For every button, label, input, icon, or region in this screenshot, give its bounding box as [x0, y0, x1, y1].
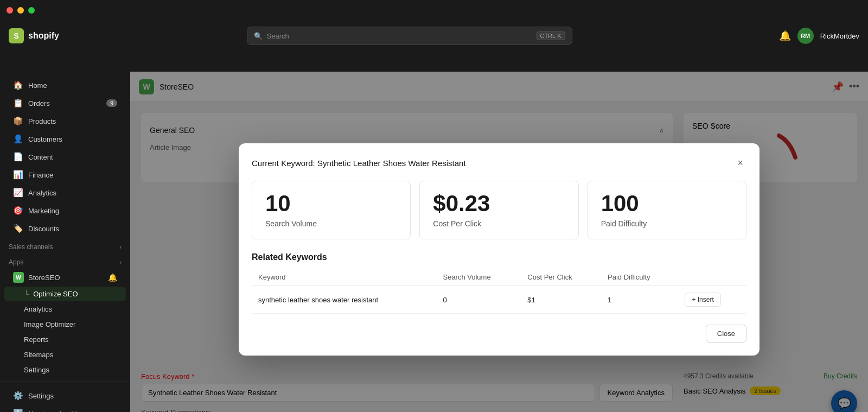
- kw-action-cell: + Insert: [678, 286, 746, 314]
- cost-per-click-value: $0.23: [433, 192, 565, 215]
- sidebar-item-marketing[interactable]: 🎯 Marketing: [4, 202, 126, 219]
- table-header-row: Keyword Search Volume Cost Per Click Pai…: [252, 269, 746, 286]
- finance-icon: 📊: [13, 170, 23, 180]
- modal-title: Current Keyword: Synthetic Leather Shoes…: [252, 159, 466, 168]
- sidebar-item-settings-sub[interactable]: Settings: [4, 363, 126, 377]
- col-search-volume: Search Volume: [436, 269, 521, 286]
- sidebar-item-discounts[interactable]: 🏷️ Discounts: [4, 220, 126, 237]
- search-placeholder: Search: [267, 32, 289, 40]
- sidebar-item-analytics[interactable]: 📈 Analytics: [4, 184, 126, 201]
- col-paid-difficulty: Paid Difficulty: [601, 269, 678, 286]
- sidebar-item-products[interactable]: 📦 Products: [4, 112, 126, 130]
- sidebar-bottom: ⚙️ Settings ℹ️ Non-transferable: [0, 382, 130, 412]
- title-bar: [0, 0, 868, 21]
- kw-cost-cell: $1: [521, 286, 601, 314]
- sidebar-item-reports[interactable]: Reports: [4, 332, 126, 347]
- kw-search-volume-cell: 0: [436, 286, 521, 314]
- search-volume-label: Search Volume: [265, 219, 397, 228]
- col-keyword: Keyword: [252, 269, 436, 286]
- settings-icon: ⚙️: [13, 391, 23, 401]
- sales-channels-chevron: ›: [119, 244, 122, 250]
- discounts-icon: 🏷️: [13, 224, 23, 233]
- close-modal-button[interactable]: Close: [706, 325, 746, 343]
- apps-chevron: ›: [119, 259, 122, 265]
- sidebar-item-image-optimizer[interactable]: Image Optimizer: [4, 317, 126, 332]
- orders-badge: 9: [106, 99, 117, 107]
- avatar: RM: [797, 28, 814, 44]
- close-window-button[interactable]: [7, 7, 13, 14]
- kw-keyword-cell: synthetic leather shoes water resistant: [252, 286, 436, 314]
- app-bell-icon[interactable]: 🔔: [108, 273, 117, 282]
- sidebar-item-optimize-seo[interactable]: └ Optimize SEO: [4, 287, 126, 301]
- search-icon: 🔍: [254, 32, 263, 40]
- info-icon: ℹ️: [13, 409, 23, 412]
- related-keywords-title: Related Keywords: [252, 252, 746, 262]
- sidebar-item-content[interactable]: 📄 Content: [4, 148, 126, 166]
- analytics-icon: 📈: [13, 188, 23, 198]
- kw-paid-diff-cell: 1: [601, 286, 678, 314]
- optimize-seo-connector: └: [24, 290, 29, 298]
- keyword-modal: Current Keyword: Synthetic Leather Shoes…: [239, 143, 760, 356]
- topbar-right: 🔔 RM RickMortdev: [779, 28, 859, 44]
- sidebar-item-sub-analytics[interactable]: Analytics: [4, 302, 126, 316]
- modal-close-button[interactable]: ×: [734, 156, 746, 170]
- related-keywords-section: Related Keywords Keyword Search Volume C…: [252, 252, 746, 314]
- sidebar-item-non-transferable[interactable]: ℹ️ Non-transferable: [4, 405, 126, 412]
- main-layout: 🏠 Home 📋 Orders 9 📦 Products 👤 Customers…: [0, 72, 868, 412]
- modal-header: Current Keyword: Synthetic Leather Shoes…: [252, 156, 746, 170]
- content-icon: 📄: [13, 152, 23, 162]
- sidebar-item-sitemaps[interactable]: Sitemaps: [4, 347, 126, 362]
- col-cost-per-click: Cost Per Click: [521, 269, 601, 286]
- orders-icon: 📋: [13, 98, 23, 108]
- notifications-icon[interactable]: 🔔: [779, 30, 791, 42]
- marketing-icon: 🎯: [13, 206, 23, 215]
- table-row: synthetic leather shoes water resistant …: [252, 286, 746, 314]
- storeseo-app-item[interactable]: W StoreSEO 🔔: [4, 269, 126, 286]
- products-icon: 📦: [13, 116, 23, 126]
- content-area: W StoreSEO 📌 ••• General SEO ∧ Article I…: [130, 72, 868, 412]
- sidebar-item-home[interactable]: 🏠 Home: [4, 77, 126, 94]
- sidebar-item-settings[interactable]: ⚙️ Settings: [4, 387, 126, 404]
- cost-per-click-card: $0.23 Cost Per Click: [419, 181, 578, 239]
- paid-difficulty-value: 100: [601, 192, 733, 215]
- sidebar-item-orders[interactable]: 📋 Orders 9: [4, 94, 126, 112]
- modal-footer: Close: [252, 325, 746, 343]
- storeseo-app-icon: W: [13, 272, 24, 283]
- cost-per-click-label: Cost Per Click: [433, 219, 565, 228]
- apps-section[interactable]: Apps ›: [0, 253, 130, 268]
- search-bar[interactable]: 🔍 Search CTRL K: [247, 27, 572, 45]
- modal-overlay: Current Keyword: Synthetic Leather Shoes…: [130, 72, 868, 412]
- keywords-table: Keyword Search Volume Cost Per Click Pai…: [252, 269, 746, 314]
- search-shortcut: CTRL K: [537, 31, 565, 40]
- shopify-brand-name: shopify: [28, 31, 59, 41]
- minimize-window-button[interactable]: [17, 7, 24, 14]
- col-action: [678, 269, 746, 286]
- sidebar: 🏠 Home 📋 Orders 9 📦 Products 👤 Customers…: [0, 72, 130, 412]
- search-volume-card: 10 Search Volume: [252, 181, 411, 239]
- shopify-icon: S: [9, 28, 24, 43]
- stats-row: 10 Search Volume $0.23 Cost Per Click 10…: [252, 181, 746, 239]
- topbar: S shopify 🔍 Search CTRL K 🔔 RM RickMortd…: [0, 21, 868, 51]
- sidebar-item-customers[interactable]: 👤 Customers: [4, 130, 126, 148]
- customers-icon: 👤: [13, 134, 23, 144]
- insert-keyword-button[interactable]: + Insert: [685, 293, 720, 307]
- paid-difficulty-card: 100 Paid Difficulty: [588, 181, 746, 239]
- shopify-logo: S shopify: [9, 28, 139, 43]
- search-volume-value: 10: [265, 192, 397, 215]
- sidebar-item-finance[interactable]: 📊 Finance: [4, 166, 126, 183]
- username: RickMortdev: [820, 32, 859, 40]
- home-icon: 🏠: [13, 80, 23, 90]
- maximize-window-button[interactable]: [28, 7, 35, 14]
- paid-difficulty-label: Paid Difficulty: [601, 219, 733, 228]
- sales-channels-section[interactable]: Sales channels ›: [0, 238, 130, 253]
